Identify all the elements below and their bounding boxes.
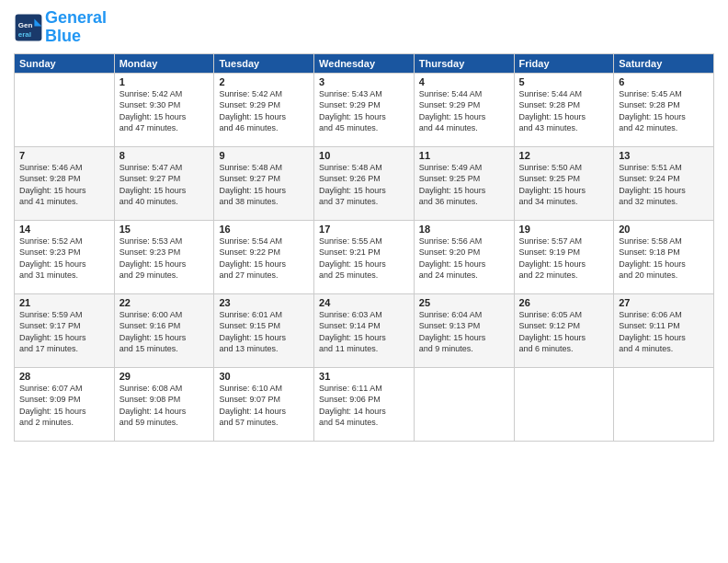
- day-number: 16: [219, 224, 309, 235]
- day-cell: 22Sunrise: 6:00 AM Sunset: 9:16 PM Dayli…: [114, 293, 214, 367]
- calendar-table: SundayMondayTuesdayWednesdayThursdayFrid…: [14, 53, 714, 442]
- day-info: Sunrise: 6:00 AM Sunset: 9:16 PM Dayligh…: [119, 309, 210, 355]
- day-cell: 31Sunrise: 6:11 AM Sunset: 9:06 PM Dayli…: [314, 367, 415, 441]
- day-number: 15: [119, 224, 210, 235]
- day-cell: 15Sunrise: 5:53 AM Sunset: 9:23 PM Dayli…: [114, 220, 214, 293]
- week-row-4: 21Sunrise: 5:59 AM Sunset: 9:17 PM Dayli…: [15, 293, 714, 367]
- day-number: 27: [619, 297, 709, 308]
- day-number: 21: [19, 297, 109, 308]
- day-number: 9: [219, 150, 309, 161]
- day-cell: 26Sunrise: 6:05 AM Sunset: 9:12 PM Dayli…: [514, 293, 614, 367]
- day-cell: [514, 367, 614, 441]
- day-number: 28: [19, 371, 109, 382]
- day-cell: 6Sunrise: 5:45 AM Sunset: 9:28 PM Daylig…: [614, 73, 714, 146]
- day-cell: 1Sunrise: 5:42 AM Sunset: 9:30 PM Daylig…: [114, 73, 214, 146]
- day-info: Sunrise: 5:42 AM Sunset: 9:29 PM Dayligh…: [219, 88, 309, 134]
- svg-text:Gen: Gen: [18, 21, 33, 29]
- day-cell: 17Sunrise: 5:55 AM Sunset: 9:21 PM Dayli…: [314, 220, 415, 293]
- day-info: Sunrise: 6:05 AM Sunset: 9:12 PM Dayligh…: [519, 309, 609, 355]
- day-cell: 11Sunrise: 5:49 AM Sunset: 9:25 PM Dayli…: [414, 146, 514, 220]
- day-number: 14: [19, 224, 109, 235]
- page: Gen eral General Blue SundayMondayTuesda…: [0, 0, 728, 563]
- day-cell: 10Sunrise: 5:48 AM Sunset: 9:26 PM Dayli…: [314, 146, 415, 220]
- day-number: 2: [219, 76, 309, 87]
- day-cell: 9Sunrise: 5:48 AM Sunset: 9:27 PM Daylig…: [214, 146, 314, 220]
- day-cell: 16Sunrise: 5:54 AM Sunset: 9:22 PM Dayli…: [214, 220, 314, 293]
- day-info: Sunrise: 6:08 AM Sunset: 9:08 PM Dayligh…: [119, 383, 210, 429]
- day-info: Sunrise: 5:45 AM Sunset: 9:28 PM Dayligh…: [619, 88, 709, 134]
- day-cell: 12Sunrise: 5:50 AM Sunset: 9:25 PM Dayli…: [514, 146, 614, 220]
- day-info: Sunrise: 6:06 AM Sunset: 9:11 PM Dayligh…: [619, 309, 709, 355]
- day-cell: 29Sunrise: 6:08 AM Sunset: 9:08 PM Dayli…: [114, 367, 214, 441]
- day-info: Sunrise: 5:44 AM Sunset: 9:28 PM Dayligh…: [519, 88, 609, 134]
- day-info: Sunrise: 5:47 AM Sunset: 9:27 PM Dayligh…: [119, 162, 210, 208]
- day-info: Sunrise: 5:54 AM Sunset: 9:22 PM Dayligh…: [219, 236, 309, 282]
- day-info: Sunrise: 5:46 AM Sunset: 9:28 PM Dayligh…: [19, 162, 109, 208]
- day-info: Sunrise: 6:10 AM Sunset: 9:07 PM Dayligh…: [219, 383, 309, 429]
- day-number: 4: [419, 76, 509, 87]
- header-friday: Friday: [514, 53, 614, 73]
- header-saturday: Saturday: [614, 53, 714, 73]
- day-cell: 14Sunrise: 5:52 AM Sunset: 9:23 PM Dayli…: [15, 220, 115, 293]
- day-cell: 30Sunrise: 6:10 AM Sunset: 9:07 PM Dayli…: [214, 367, 314, 441]
- day-info: Sunrise: 6:07 AM Sunset: 9:09 PM Dayligh…: [19, 383, 109, 429]
- day-info: Sunrise: 6:04 AM Sunset: 9:13 PM Dayligh…: [419, 309, 509, 355]
- day-cell: 23Sunrise: 6:01 AM Sunset: 9:15 PM Dayli…: [214, 293, 314, 367]
- day-number: 3: [319, 76, 409, 87]
- header-monday: Monday: [114, 53, 214, 73]
- day-info: Sunrise: 5:58 AM Sunset: 9:18 PM Dayligh…: [619, 236, 709, 282]
- day-number: 19: [519, 224, 609, 235]
- day-cell: [15, 73, 115, 146]
- day-number: 12: [519, 150, 609, 161]
- day-number: 22: [119, 297, 210, 308]
- day-number: 25: [419, 297, 509, 308]
- day-cell: 19Sunrise: 5:57 AM Sunset: 9:19 PM Dayli…: [514, 220, 614, 293]
- day-number: 18: [419, 224, 509, 235]
- svg-text:eral: eral: [18, 29, 31, 38]
- day-number: 1: [119, 76, 210, 87]
- header: Gen eral General Blue: [14, 9, 714, 46]
- day-info: Sunrise: 5:53 AM Sunset: 9:23 PM Dayligh…: [119, 236, 210, 282]
- day-info: Sunrise: 6:01 AM Sunset: 9:15 PM Dayligh…: [219, 309, 309, 355]
- day-cell: [614, 367, 714, 441]
- header-thursday: Thursday: [414, 53, 514, 73]
- header-tuesday: Tuesday: [214, 53, 314, 73]
- week-row-5: 28Sunrise: 6:07 AM Sunset: 9:09 PM Dayli…: [15, 367, 714, 441]
- day-cell: 3Sunrise: 5:43 AM Sunset: 9:29 PM Daylig…: [314, 73, 415, 146]
- day-number: 5: [519, 76, 609, 87]
- day-info: Sunrise: 6:03 AM Sunset: 9:14 PM Dayligh…: [319, 309, 409, 355]
- day-cell: [414, 367, 514, 441]
- day-cell: 28Sunrise: 6:07 AM Sunset: 9:09 PM Dayli…: [15, 367, 115, 441]
- day-info: Sunrise: 5:49 AM Sunset: 9:25 PM Dayligh…: [419, 162, 509, 208]
- day-number: 20: [619, 224, 709, 235]
- day-number: 8: [119, 150, 210, 161]
- day-cell: 24Sunrise: 6:03 AM Sunset: 9:14 PM Dayli…: [314, 293, 415, 367]
- day-info: Sunrise: 5:57 AM Sunset: 9:19 PM Dayligh…: [519, 236, 609, 282]
- header-row: SundayMondayTuesdayWednesdayThursdayFrid…: [15, 53, 714, 73]
- day-info: Sunrise: 5:42 AM Sunset: 9:30 PM Dayligh…: [119, 88, 210, 134]
- day-cell: 27Sunrise: 6:06 AM Sunset: 9:11 PM Dayli…: [614, 293, 714, 367]
- header-sunday: Sunday: [15, 53, 115, 73]
- day-number: 26: [519, 297, 609, 308]
- day-number: 10: [319, 150, 409, 161]
- week-row-2: 7Sunrise: 5:46 AM Sunset: 9:28 PM Daylig…: [15, 146, 714, 220]
- day-number: 6: [619, 76, 709, 87]
- week-row-3: 14Sunrise: 5:52 AM Sunset: 9:23 PM Dayli…: [15, 220, 714, 293]
- logo: Gen eral General Blue: [14, 9, 107, 46]
- day-info: Sunrise: 5:50 AM Sunset: 9:25 PM Dayligh…: [519, 162, 609, 208]
- day-number: 30: [219, 371, 309, 382]
- day-number: 11: [419, 150, 509, 161]
- day-number: 17: [319, 224, 409, 235]
- day-cell: 8Sunrise: 5:47 AM Sunset: 9:27 PM Daylig…: [114, 146, 214, 220]
- day-number: 31: [319, 371, 409, 382]
- day-info: Sunrise: 5:51 AM Sunset: 9:24 PM Dayligh…: [619, 162, 709, 208]
- day-number: 29: [119, 371, 210, 382]
- logo-name: General Blue: [45, 9, 107, 46]
- day-number: 13: [619, 150, 709, 161]
- day-cell: 18Sunrise: 5:56 AM Sunset: 9:20 PM Dayli…: [414, 220, 514, 293]
- day-info: Sunrise: 6:11 AM Sunset: 9:06 PM Dayligh…: [319, 383, 409, 429]
- day-cell: 21Sunrise: 5:59 AM Sunset: 9:17 PM Dayli…: [15, 293, 115, 367]
- day-number: 23: [219, 297, 309, 308]
- day-number: 7: [19, 150, 109, 161]
- day-cell: 25Sunrise: 6:04 AM Sunset: 9:13 PM Dayli…: [414, 293, 514, 367]
